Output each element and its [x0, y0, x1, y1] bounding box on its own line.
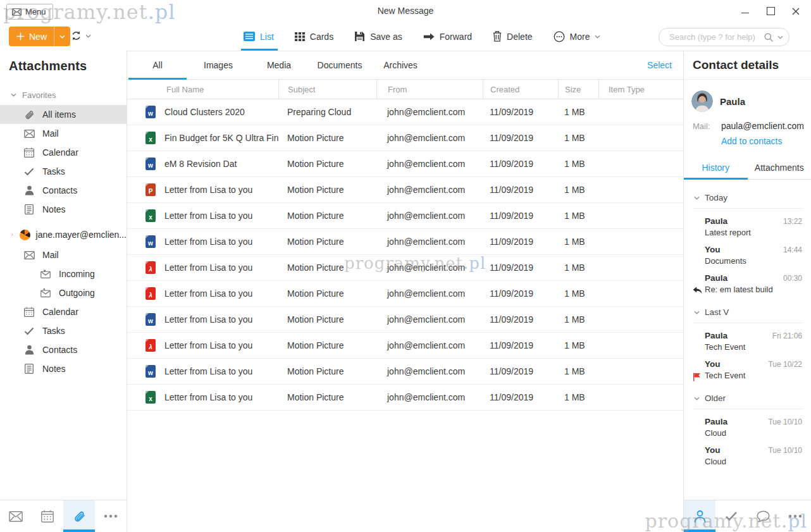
sidebar-account[interactable]: jane.mayer@emclien... [0, 225, 127, 244]
history-entry[interactable]: PaulaTue 10/10 Cloud [684, 417, 802, 438]
history-entry[interactable]: You14:44 Documents [684, 245, 802, 266]
word-file-icon [145, 313, 156, 326]
tab-images[interactable]: Images [188, 51, 249, 79]
view-list-button[interactable]: List [244, 22, 274, 51]
table-row[interactable]: Letter from Lisa to you Motion Picture j… [127, 203, 683, 229]
sidebar-item-mail[interactable]: Mail [0, 124, 127, 143]
cell-subject: Preparing Cloud [278, 107, 376, 117]
dock-chat-button[interactable] [748, 500, 779, 532]
column-header-item-type[interactable]: Item Type [598, 80, 683, 99]
table-row[interactable]: eM 8 Revision Dat Motion Picture john@em… [127, 151, 683, 177]
sidebar-item-all-items[interactable]: All items [0, 105, 127, 124]
dock-more-button[interactable] [779, 500, 811, 532]
tab-label: All [152, 60, 163, 70]
more-button[interactable]: More [554, 22, 601, 51]
table-row[interactable]: Letter from Lisa to you Motion Picture j… [127, 385, 683, 411]
menu-button[interactable]: Menu [6, 4, 53, 20]
save-as-button[interactable]: Save as [354, 22, 402, 51]
cell-size: 1 MB [558, 314, 598, 325]
divider [693, 323, 802, 323]
dock-calendar-button[interactable] [32, 500, 63, 532]
cell-full-name: Letter from Lisa to you [164, 314, 252, 325]
table-row[interactable]: Fin Budget for 5K Q Ultra Fine Motion Pi… [127, 125, 683, 151]
table-row[interactable]: Letter from Lisa to you Motion Picture j… [127, 333, 683, 359]
entry-desc: Tech Event [705, 371, 802, 380]
select-link[interactable]: Select [647, 51, 672, 79]
column-header-full-name[interactable]: Full Name [127, 80, 278, 99]
new-button[interactable]: New [9, 27, 70, 46]
sidebar-item-incoming[interactable]: Incoming [0, 264, 127, 283]
sidebar-item-contacts[interactable]: Contacts [0, 181, 127, 200]
dock-attachments-button[interactable] [63, 500, 95, 532]
sidebar-item-calendar[interactable]: Calendar [0, 143, 127, 162]
maximize-button[interactable] [758, 0, 783, 22]
history-entry[interactable]: YouTue 10/10 Cloud [684, 445, 802, 466]
chevron-down-icon [595, 35, 600, 39]
tab-documents[interactable]: Documents [309, 51, 370, 79]
history-entry[interactable]: Paula13:22 Latest report [684, 216, 802, 237]
cell-subject: Motion Picture [278, 340, 376, 350]
search-options-button[interactable] [777, 35, 783, 39]
entry-name: You [705, 359, 721, 369]
tab-all[interactable]: All [127, 51, 188, 79]
dock-mail-button[interactable] [0, 500, 32, 532]
delete-button[interactable]: Delete [493, 22, 532, 51]
sidebar-item-account-notes[interactable]: Notes [0, 359, 127, 378]
sidebar-item-tasks[interactable]: Tasks [0, 162, 127, 181]
history-section-last-week[interactable]: Last V [684, 307, 802, 318]
table-row[interactable]: Letter from Lisa to you Motion Picture j… [127, 281, 683, 307]
table-row[interactable]: Cloud Clusters 2020 Preparing Cloud john… [127, 99, 683, 125]
cell-full-name: eM 8 Revision Dat [164, 159, 237, 169]
history-entry[interactable]: YouTue 10/22 Tech Event [684, 359, 802, 380]
mail-icon [23, 130, 35, 138]
word-file-icon [145, 158, 156, 170]
table-row[interactable]: Letter from Lisa to you Motion Picture j… [127, 255, 683, 281]
view-cards-button[interactable]: Cards [295, 22, 333, 51]
cell-full-name: Letter from Lisa to you [164, 392, 252, 402]
history-entry[interactable]: PaulaFri 21:06 Tech Event [684, 331, 802, 352]
table-row[interactable]: Letter from Lisa to you Motion Picture j… [127, 359, 683, 385]
contact-name: Paula [720, 96, 745, 107]
cell-subject: Motion Picture [278, 133, 376, 143]
add-to-contacts-link[interactable]: Add to contacts [721, 136, 802, 146]
sidebar-group-favorites[interactable]: Favorites [0, 90, 127, 100]
tab-history[interactable]: History [684, 156, 748, 179]
sidebar-item-notes[interactable]: Notes [0, 200, 127, 219]
refresh-button[interactable] [71, 30, 91, 41]
cell-full-name: Letter from Lisa to you [164, 288, 252, 299]
entry-desc: Cloud [705, 457, 802, 466]
close-button[interactable] [783, 0, 808, 22]
table-row[interactable]: Letter from Lisa to you Motion Picture j… [127, 177, 683, 203]
forward-button[interactable]: Forward [423, 22, 472, 51]
column-header-created[interactable]: Created [483, 80, 558, 99]
history-section-older[interactable]: Older [684, 393, 802, 404]
tab-media[interactable]: Media [249, 51, 309, 79]
search-input[interactable] [668, 32, 760, 42]
sidebar-item-account-tasks[interactable]: Tasks [0, 321, 127, 340]
search-icon[interactable] [764, 32, 774, 42]
cell-from: john@emclient.com [376, 185, 483, 195]
sidebar-item-outgoing[interactable]: Outgoing [0, 283, 127, 302]
dock-more-button[interactable] [95, 500, 127, 532]
contact-panel: Contact details Paula Mail: paula@emclie… [683, 51, 811, 500]
sidebar-item-account-calendar[interactable]: Calendar [0, 302, 127, 321]
sidebar-item-account-contacts[interactable]: Contacts [0, 340, 127, 359]
excel-file-icon [145, 209, 156, 222]
table-row[interactable]: Letter from Lisa to you Motion Picture j… [127, 307, 683, 333]
new-dropdown-button[interactable] [54, 27, 70, 46]
trash-icon [493, 31, 502, 42]
column-header-subject[interactable]: Subject [278, 80, 376, 99]
history-section-today[interactable]: Today [684, 192, 802, 203]
tab-archives[interactable]: Archives [370, 51, 431, 79]
history-entry[interactable]: Paula00:30 Re: em latest build [684, 273, 802, 294]
table-row[interactable]: Letter from Lisa to you Motion Picture j… [127, 229, 683, 255]
minimize-button[interactable] [733, 0, 758, 22]
column-header-size[interactable]: Size [558, 80, 598, 99]
sidebar-item-account-mail[interactable]: Mail [0, 245, 127, 264]
dock-contact-details-button[interactable] [684, 500, 715, 532]
dock-tasks-button[interactable] [715, 500, 747, 532]
cell-full-name: Fin Budget for 5K Q Ultra Fine [164, 133, 278, 143]
contact-tabs: History Attachments [684, 156, 811, 180]
column-header-from[interactable]: From [376, 80, 483, 99]
tab-attachments[interactable]: Attachments [748, 156, 811, 179]
